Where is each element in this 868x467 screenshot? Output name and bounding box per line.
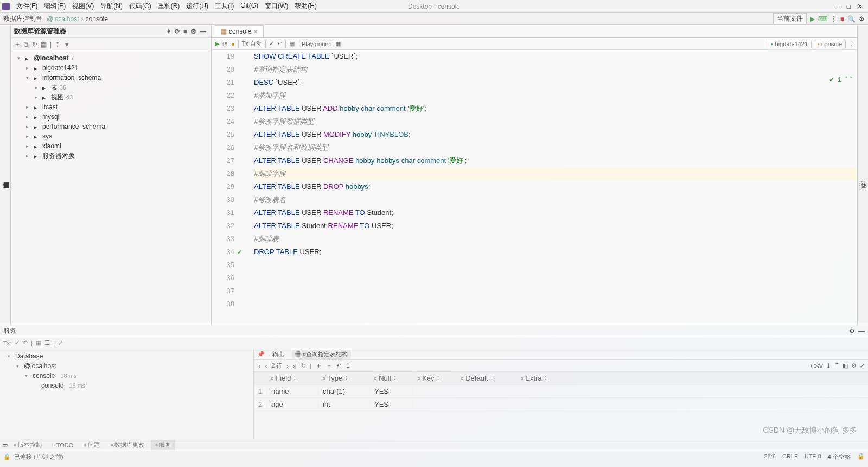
window-close[interactable]: ✕	[857, 3, 863, 10]
attach-icon[interactable]: ▦	[335, 40, 341, 47]
inspection-widget[interactable]: ✔ 1 ˄ ˅	[829, 76, 853, 84]
menu-item[interactable]: 视图(V)	[69, 1, 97, 12]
tree-row[interactable]: ▾▸@localhost7	[12, 53, 210, 63]
new-ds-icon[interactable]: ✦	[164, 28, 173, 35]
result-table[interactable]: ▫ Field ÷▫ Type ÷▫ Null ÷▫ Key ÷▫ Defaul…	[254, 372, 868, 411]
menu-item[interactable]: 重构(R)	[155, 1, 183, 12]
menu-item[interactable]: 窗口(W)	[261, 1, 291, 12]
add-icon[interactable]: ＋	[14, 40, 21, 49]
list-icon[interactable]: ☰	[44, 339, 50, 346]
window-maximize[interactable]: □	[847, 3, 851, 10]
tree-row[interactable]: ▸▸performance_schema	[12, 122, 210, 131]
execute-icon[interactable]: ▶	[215, 40, 219, 47]
import-icon[interactable]: ⤒	[834, 362, 839, 369]
search-icon[interactable]: 🔍	[847, 15, 856, 23]
code-editor[interactable]: 19202122232425262728293031323334✔3536373…	[212, 50, 857, 325]
commit-icon[interactable]: ✓	[15, 339, 20, 346]
remove-row-icon[interactable]: －	[326, 362, 332, 370]
tree-row[interactable]: ▸▸sys	[12, 131, 210, 141]
refresh-icon[interactable]: ⟳	[173, 28, 182, 35]
first-page-icon[interactable]: |‹	[257, 363, 261, 369]
service-tree-row[interactable]: console18 ms	[2, 381, 251, 390]
menu-item[interactable]: 编辑(E)	[41, 1, 69, 12]
run-icon[interactable]: ▶	[810, 15, 815, 23]
tab-console[interactable]: ▦ console ✕	[215, 25, 264, 37]
export-icon[interactable]: ⤓	[826, 362, 831, 369]
menu-item[interactable]: Git(G)	[237, 1, 261, 12]
table-row[interactable]: 1namechar(1)YES	[254, 385, 868, 398]
minimize-panel-icon[interactable]: —	[198, 28, 208, 35]
revert-icon[interactable]: ↶	[336, 362, 341, 369]
rollback-icon[interactable]: ↶	[277, 40, 282, 47]
bottom-tab[interactable]: ▫ 数据库更改	[106, 440, 149, 450]
stop-icon[interactable]: ■	[840, 15, 844, 23]
tree-row[interactable]: ▸▸bigdate1421	[12, 63, 210, 73]
settings-icon[interactable]: ⚙	[859, 15, 865, 23]
playground-label[interactable]: Playground	[302, 41, 332, 47]
console-chip[interactable]: ▪ console	[814, 40, 846, 48]
add-row-icon[interactable]: ＋	[316, 362, 322, 370]
close-icon[interactable]: ✕	[253, 29, 258, 35]
menu-item[interactable]: 帮助(H)	[291, 1, 320, 12]
crumb-console[interactable]: console	[86, 15, 108, 23]
tree-row[interactable]: ▸▸itcast	[12, 102, 210, 112]
right-stripe[interactable]: 认 知	[857, 25, 868, 325]
submit-icon[interactable]: ↥	[346, 362, 350, 369]
result-tab[interactable]: ▦ #查询指定表结构	[292, 350, 351, 359]
menu-item[interactable]: 工具(I)	[212, 1, 237, 12]
tree-row[interactable]: ▸▸服务器对象	[12, 151, 210, 161]
limit-icon[interactable]: ▤	[289, 40, 295, 47]
left-stripe-database[interactable]: 数据库资源管理器	[0, 25, 11, 325]
stop-icon[interactable]: ■	[182, 28, 189, 35]
minimize-icon[interactable]: —	[858, 327, 865, 335]
expand-icon[interactable]: ⤢	[58, 339, 63, 346]
debug-icon[interactable]: ⌨	[818, 15, 827, 23]
readonly-icon[interactable]: 🔓	[857, 453, 865, 461]
bottom-tab[interactable]: ▫ TODO	[48, 441, 78, 450]
bottom-tab[interactable]: ▫ 问题	[80, 440, 104, 450]
execute-plan-icon[interactable]: ◔	[222, 40, 228, 47]
window-minimize[interactable]: —	[834, 3, 840, 10]
pin-icon[interactable]: 📌	[257, 351, 265, 358]
export-format[interactable]: CSV	[810, 363, 823, 369]
gear-icon[interactable]: ⚙	[849, 327, 855, 335]
view-icon[interactable]: ◧	[843, 362, 848, 369]
run-config-selector[interactable]: 当前文件	[773, 13, 807, 24]
table-row[interactable]: 2ageintYES	[254, 398, 868, 411]
tx-mode[interactable]: Tx 自动	[242, 40, 262, 48]
settings-icon[interactable]: ⚙	[851, 362, 857, 369]
duplicate-icon[interactable]: ⧉	[24, 41, 29, 48]
caret-pos[interactable]: 28:6	[764, 453, 775, 461]
line-sep[interactable]: CRLF	[782, 453, 798, 461]
db-tree[interactable]: ▾▸@localhost7▸▸bigdate1421▾▸information_…	[11, 51, 211, 163]
console-icon[interactable]: ▤	[41, 41, 47, 48]
filter-icon[interactable]: ▼	[63, 41, 70, 48]
service-tree-row[interactable]: ▾@localhost	[2, 361, 251, 371]
menu-item[interactable]: 运行(U)	[183, 1, 212, 12]
schema-chip[interactable]: ▪ bigdate1421	[768, 40, 812, 48]
more-run-icon[interactable]: ⋮	[831, 15, 837, 23]
tree-row[interactable]: ▸▸xiaomi	[12, 141, 210, 151]
services-tree[interactable]: ▾Database▾@localhost▾console18 msconsole…	[0, 349, 254, 439]
toolwin-icon[interactable]: ▭	[2, 441, 8, 449]
tree-row[interactable]: ▸▸mysql	[12, 112, 210, 122]
collapse-icon[interactable]: ⇡	[55, 41, 60, 48]
panel-settings-icon[interactable]: ⚙	[189, 28, 198, 35]
more-icon[interactable]: ⋮	[848, 40, 854, 47]
expand-icon[interactable]: ⤢	[860, 362, 865, 369]
prev-page-icon[interactable]: ‹	[265, 363, 267, 369]
sync-icon[interactable]: ↻	[32, 41, 37, 48]
encoding[interactable]: UTF-8	[805, 453, 821, 461]
menu-item[interactable]: 文件(F)	[13, 1, 41, 12]
crumb-root[interactable]: 数据库控制台	[3, 14, 42, 23]
menu-item[interactable]: 代码(C)	[126, 1, 155, 12]
last-page-icon[interactable]: ›|	[293, 363, 297, 369]
bottom-tab[interactable]: ▫ 版本控制	[10, 440, 46, 450]
grid-icon[interactable]: ▦	[36, 339, 41, 346]
tree-row[interactable]: ▸▸视图43	[12, 92, 210, 102]
output-tab[interactable]: 输出	[269, 350, 288, 359]
tree-row[interactable]: ▸▸表36	[12, 83, 210, 92]
service-tree-row[interactable]: ▾console18 ms	[2, 371, 251, 381]
bottom-tab[interactable]: ▫ 服务	[151, 440, 175, 450]
next-page-icon[interactable]: ›	[286, 363, 289, 369]
